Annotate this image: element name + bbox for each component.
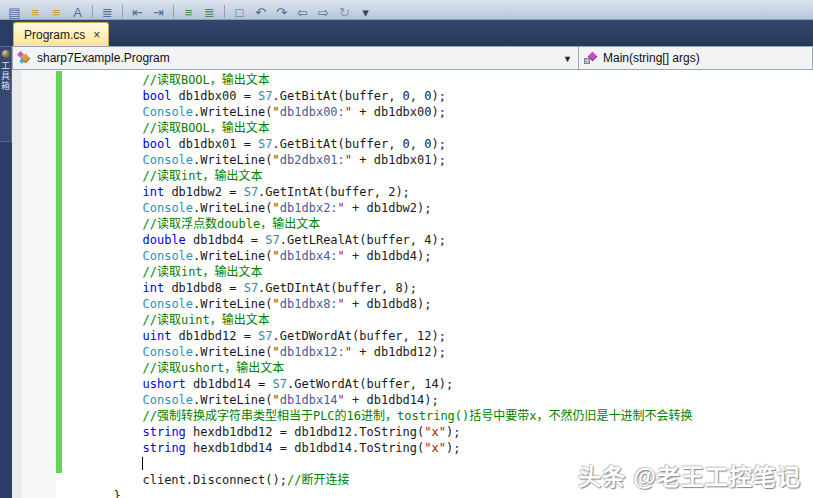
code-segment: .WriteLine(	[193, 201, 272, 215]
code-segment: .WriteLine(	[193, 153, 272, 167]
code-line[interactable]: int db1dbd8 = S7.GetDIntAt(buffer, 8);	[63, 280, 693, 296]
code-segment: + db1dbd4);	[345, 249, 432, 263]
code-segment: .GetLRealAt(buffer, 4);	[280, 233, 446, 247]
code-segment: db1dbd4 =	[186, 233, 265, 247]
code-line[interactable]: //读取int，输出文本	[63, 168, 693, 184]
code-segment	[63, 201, 142, 215]
code-segment: db1dbx01 =	[171, 137, 258, 151]
code-line[interactable]: Console.WriteLine("db1dbx00:" + db1dbx00…	[63, 104, 693, 120]
code-segment: hexdb1dbd14 = db1dbd14.ToString(	[186, 441, 424, 455]
method-icon	[583, 50, 599, 66]
uncomment-selection-icon[interactable]: ≣	[201, 4, 218, 20]
code-segment	[63, 441, 142, 455]
nav-back-icon[interactable]: ↶	[252, 4, 269, 20]
type-combo-text: sharp7Example.Program	[37, 51, 170, 65]
code-segment	[63, 281, 142, 295]
code-segment: .GetBitAt(buffer, 0, 0);	[273, 137, 446, 151]
code-segment: db1dbx2:	[280, 201, 338, 215]
code-line[interactable]: //读取BOOL，输出文本	[63, 120, 693, 136]
code-segment: S7	[244, 185, 258, 199]
code-segment: //读取int，输出文本	[63, 265, 263, 279]
nav-forward-icon[interactable]: ↷	[273, 4, 290, 20]
chevron-down-icon[interactable]: ▼	[560, 51, 575, 67]
type-combo[interactable]: sharp7Example.Program ▼	[13, 47, 579, 69]
member-combo[interactable]: Main(string[] args)	[579, 47, 812, 69]
toolbar-overflow-icon[interactable]: ▾	[357, 4, 374, 20]
code-line[interactable]: //读取BOOL，输出文本	[63, 72, 693, 88]
code-line[interactable]: //强制转换成字符串类型相当于PLC的16进制，tostring()括号中要带x…	[63, 408, 693, 424]
code-line[interactable]: //读取int，输出文本	[63, 264, 693, 280]
font-case-icon[interactable]: A	[69, 4, 86, 20]
code-line[interactable]: string hexdb1dbd14 = db1dbd14.ToString("…	[63, 440, 693, 456]
code-segment: Console	[142, 105, 193, 119]
code-segment: "	[345, 345, 352, 359]
code-segment: //读取ushort，输出文本	[63, 361, 284, 375]
code-segment	[63, 345, 142, 359]
navigation-bar: sharp7Example.Program ▼ Main(string[] ar…	[12, 46, 813, 70]
code-line[interactable]: Console.WriteLine("db2dbx01:" + db1dbx01…	[63, 152, 693, 168]
code-segment: db1dbx8:	[280, 297, 338, 311]
code-segment: Console	[142, 345, 193, 359]
toolbar-separator	[92, 5, 93, 18]
outdent-icon[interactable]: ⇤	[129, 4, 146, 20]
code-segment	[63, 249, 142, 263]
code-line[interactable]: ushort db1dbd14 = S7.GetWordAt(buffer, 1…	[63, 376, 693, 392]
toolbox-tab-label: 工具箱	[0, 61, 12, 91]
find-symbol-icon[interactable]: ↻	[336, 4, 353, 20]
code-text[interactable]: //读取BOOL，输出文本 bool db1dbx00 = S7.GetBitA…	[63, 72, 693, 498]
code-line[interactable]: Console.WriteLine("db1dbx4:" + db1dbd4);	[63, 248, 693, 264]
code-segment: //读取BOOL，输出文本	[63, 121, 270, 135]
code-segment: S7	[244, 281, 258, 295]
code-segment: db1dbw2 =	[164, 185, 243, 199]
code-segment: "	[273, 105, 280, 119]
code-line[interactable]: uint db1dbd12 = S7.GetDWordAt(buffer, 12…	[63, 328, 693, 344]
bookmark-prev-icon[interactable]: ≡	[27, 4, 44, 20]
selection-margin[interactable]	[21, 70, 56, 498]
code-segment: }	[63, 489, 121, 498]
bookmark-next-icon[interactable]: ≡	[48, 4, 65, 20]
code-segment: .WriteLine(	[193, 393, 272, 407]
code-line[interactable]: bool db1dbx00 = S7.GetBitAt(buffer, 0, 0…	[63, 88, 693, 104]
tab-program-cs[interactable]: Program.cs ×	[13, 22, 109, 46]
code-segment: .GetIntAt(buffer, 2);	[258, 185, 410, 199]
code-segment	[63, 457, 142, 471]
code-segment: int	[142, 185, 164, 199]
watermark-text: 头条 @老王工控笔记	[578, 458, 801, 492]
frame-back-icon[interactable]: ⇦	[294, 4, 311, 20]
breakpoint-margin[interactable]	[12, 70, 21, 498]
code-segment: + db1dbx00);	[352, 105, 446, 119]
frame-forward-icon[interactable]: ⇨	[315, 4, 332, 20]
code-segment: );	[446, 441, 460, 455]
code-line[interactable]: //读取uint，输出文本	[63, 312, 693, 328]
close-icon[interactable]: ×	[93, 29, 100, 41]
code-line[interactable]: double db1dbd4 = S7.GetLRealAt(buffer, 4…	[63, 232, 693, 248]
code-segment: + db1dbw2);	[345, 201, 432, 215]
code-line[interactable]: Console.WriteLine("db1dbx2:" + db1dbw2);	[63, 200, 693, 216]
code-line[interactable]: //读取ushort，输出文本	[63, 360, 693, 376]
code-line[interactable]: string hexdb1dbd12 = db1dbd12.ToString("…	[63, 424, 693, 440]
indent-icon[interactable]: ⇥	[150, 4, 167, 20]
comment-selection-icon[interactable]: ≡	[180, 4, 197, 20]
new-window-icon[interactable]: □	[231, 4, 248, 20]
code-segment: string	[142, 425, 185, 439]
code-line[interactable]: int db1dbw2 = S7.GetIntAt(buffer, 2);	[63, 184, 693, 200]
code-segment: uint	[142, 329, 171, 343]
show-whitespace-icon[interactable]: ≣	[99, 4, 116, 20]
code-segment: );	[446, 425, 460, 439]
code-segment: "	[273, 153, 280, 167]
code-line[interactable]: Console.WriteLine("db1dbx8:" + db1dbd8);	[63, 296, 693, 312]
code-segment: db1dbx4:	[280, 249, 338, 263]
code-segment: "x"	[424, 425, 446, 439]
code-line[interactable]: Console.WriteLine("db1dbx14" + db1dbd14)…	[63, 392, 693, 408]
code-segment	[63, 233, 142, 247]
change-tracking-bar	[56, 71, 62, 473]
toolbox-autohide-tab[interactable]: 工具箱	[0, 46, 12, 142]
properties-window-icon[interactable]: ▤	[6, 4, 23, 20]
code-editor[interactable]: //读取BOOL，输出文本 bool db1dbx00 = S7.GetBitA…	[12, 70, 813, 498]
code-segment: "	[273, 393, 280, 407]
code-segment: "	[273, 345, 280, 359]
code-line[interactable]: bool db1dbx01 = S7.GetBitAt(buffer, 0, 0…	[63, 136, 693, 152]
code-line[interactable]: //读取浮点数double，输出文本	[63, 216, 693, 232]
code-line[interactable]: Console.WriteLine("db1dbx12:" + db1dbd12…	[63, 344, 693, 360]
toolbar-separator	[173, 5, 174, 18]
